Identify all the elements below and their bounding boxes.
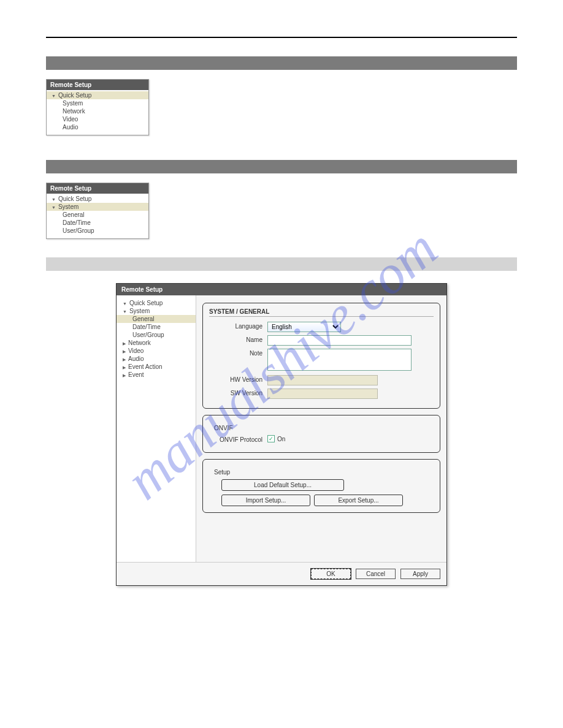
tree-system[interactable]: System (47, 203, 148, 211)
section-bar-2 (46, 160, 517, 173)
dialog-main: SYSTEM / GENERAL Language English Name N… (196, 295, 446, 562)
label: Event Action (128, 363, 163, 370)
onvif-checkbox[interactable]: ✓ (267, 435, 275, 442)
label: Quick Setup (129, 300, 163, 306)
ok-button[interactable]: OK (311, 569, 351, 579)
tree-item-datetime[interactable]: Date/Time (47, 219, 148, 227)
label: System (58, 203, 79, 210)
tree-item-audio[interactable]: Audio (47, 123, 148, 131)
sidebar-audio[interactable]: Audio (117, 355, 196, 363)
sidebar-quick-setup[interactable]: Quick Setup (117, 299, 196, 307)
tree-root-quick-setup[interactable]: Quick Setup (47, 91, 148, 99)
label: System (129, 308, 150, 314)
panel-system: Remote Setup Quick Setup System General … (46, 183, 149, 239)
note-textarea[interactable] (267, 349, 412, 371)
label-name: Name (209, 335, 267, 343)
sw-version-field (267, 389, 378, 399)
label-hw: HW Version (209, 375, 267, 383)
tree-item-video[interactable]: Video (47, 115, 148, 123)
hw-version-field (267, 375, 378, 385)
label-note: Note (209, 349, 267, 357)
tree-quick-setup[interactable]: Quick Setup (47, 195, 148, 203)
fieldset-title: SYSTEM / GENERAL (209, 308, 434, 317)
tree-item-usergroup[interactable]: User/Group (47, 227, 148, 235)
setup-fieldset: Setup Load Default Setup... Import Setup… (202, 459, 440, 513)
sidebar-general[interactable]: General (117, 315, 196, 323)
panel-header: Remote Setup (47, 80, 148, 90)
label-language: Language (209, 322, 267, 330)
cancel-button[interactable]: Cancel (356, 569, 396, 579)
sidebar-event-action[interactable]: Event Action (117, 363, 196, 371)
dialog-footer: OK Cancel Apply (117, 562, 446, 585)
label: Quick Setup (58, 195, 91, 202)
label: Event (128, 371, 144, 378)
general-fieldset: SYSTEM / GENERAL Language English Name N… (202, 303, 440, 409)
tree-item-system[interactable]: System (47, 99, 148, 107)
label: Audio (128, 355, 144, 362)
section-bar-3 (46, 257, 517, 271)
dialog-header: Remote Setup (117, 284, 446, 295)
tree-item-network[interactable]: Network (47, 107, 148, 115)
panel-quick-setup: Remote Setup Quick Setup System Network … (46, 79, 149, 135)
sidebar-usergroup[interactable]: User/Group (117, 331, 196, 339)
language-select[interactable]: English (267, 322, 341, 332)
name-input[interactable] (267, 335, 412, 346)
panel-header-2: Remote Setup (47, 183, 148, 194)
load-default-setup-button[interactable]: Load Default Setup... (221, 479, 344, 491)
sidebar-event[interactable]: Event (117, 371, 196, 379)
sidebar-datetime[interactable]: Date/Time (117, 323, 196, 331)
sidebar-video[interactable]: Video (117, 347, 196, 355)
onvif-legend: ONVIF (212, 425, 236, 431)
import-setup-button[interactable]: Import Setup... (221, 495, 310, 506)
label-sw: SW Version (209, 389, 267, 396)
sidebar-network[interactable]: Network (117, 339, 196, 347)
sidebar-system[interactable]: System (117, 307, 196, 315)
section-bar-1 (46, 56, 517, 70)
onvif-fieldset: ONVIF ONVIF Protocol ✓ On (202, 415, 440, 453)
export-setup-button[interactable]: Export Setup... (314, 495, 403, 506)
apply-button[interactable]: Apply (400, 569, 440, 579)
label: Video (128, 347, 144, 354)
label-onvif-protocol: ONVIF Protocol (209, 435, 267, 443)
remote-setup-dialog: Remote Setup Quick Setup System General … (116, 283, 447, 586)
tree-item-general[interactable]: General (47, 211, 148, 219)
setup-legend: Setup (212, 469, 232, 476)
tree-root-label: Quick Setup (58, 92, 91, 99)
onvif-on-label: On (277, 436, 285, 442)
dialog-sidebar: Quick Setup System General Date/Time Use… (117, 295, 196, 562)
label: Network (128, 339, 151, 346)
